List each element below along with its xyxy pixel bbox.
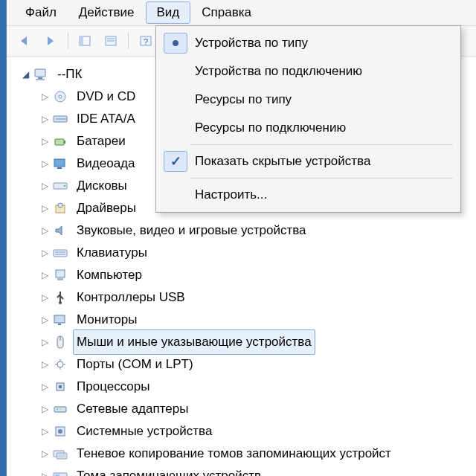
forward-button[interactable] bbox=[39, 30, 62, 51]
menu-item[interactable]: Устройства по типу bbox=[158, 29, 459, 57]
expand-icon[interactable]: ▷ bbox=[39, 203, 50, 213]
check-mark-icon: ✓ bbox=[164, 151, 187, 172]
tree-item[interactable]: ▷Контроллеры USB bbox=[20, 286, 476, 309]
tree-item-label: Порты (COM и LPT) bbox=[73, 352, 197, 377]
tree-item-label: Системные устройства bbox=[73, 419, 216, 444]
expand-icon[interactable]: ▷ bbox=[39, 181, 50, 191]
svg-rect-22 bbox=[54, 250, 67, 257]
expand-icon[interactable]: ▷ bbox=[39, 448, 50, 459]
show-hide-tree-button[interactable] bbox=[74, 30, 97, 51]
expand-icon[interactable]: ▷ bbox=[39, 359, 50, 370]
help-button[interactable]: ? bbox=[135, 30, 157, 51]
monitor-icon bbox=[52, 312, 68, 328]
expand-icon[interactable]: ▷ bbox=[39, 315, 50, 325]
computer-icon bbox=[52, 267, 68, 283]
tree-item-label: Теневое копирование томов запоминающих у… bbox=[73, 441, 395, 466]
menu-mark bbox=[164, 184, 187, 205]
tree-root-label: --ПК bbox=[54, 62, 86, 87]
tree-item-label: Дисковы bbox=[73, 173, 131, 199]
expand-icon[interactable]: ▷ bbox=[39, 91, 50, 102]
menu-help[interactable]: Справка bbox=[190, 1, 263, 24]
computer-icon bbox=[33, 66, 49, 83]
expand-icon[interactable]: ◢ bbox=[20, 69, 30, 80]
menu-item[interactable]: Устройства по подключению bbox=[158, 57, 459, 86]
svg-rect-9 bbox=[36, 79, 45, 80]
expand-icon[interactable]: ▷ bbox=[39, 158, 50, 169]
tree-item[interactable]: ▷Клавиатуры bbox=[20, 242, 476, 264]
tree-item-label: IDE ATA/A bbox=[73, 106, 139, 132]
svg-rect-28 bbox=[54, 315, 65, 323]
svg-point-31 bbox=[57, 361, 63, 367]
menu-item-label: Настроить... bbox=[195, 187, 267, 202]
expand-icon[interactable]: ▷ bbox=[39, 426, 50, 437]
svg-point-19 bbox=[64, 185, 66, 187]
tree-item[interactable]: ▷Сетевые адаптеры bbox=[20, 398, 476, 420]
back-button[interactable] bbox=[14, 30, 36, 51]
disc-icon bbox=[52, 89, 68, 105]
expand-icon[interactable]: ▷ bbox=[39, 292, 50, 303]
expand-icon[interactable]: ▷ bbox=[39, 382, 50, 392]
menu-item[interactable]: Ресурсы по типу bbox=[158, 86, 459, 114]
svg-rect-25 bbox=[56, 270, 65, 277]
svg-rect-14 bbox=[55, 139, 64, 145]
radio-mark-icon bbox=[164, 33, 187, 54]
menu-item-label: Показать скрытые устройства bbox=[195, 154, 370, 169]
svg-point-21 bbox=[58, 203, 62, 208]
tree-item[interactable]: ▷Порты (COM и LPT) bbox=[20, 353, 476, 376]
tree-item[interactable]: ▷Процессоры bbox=[20, 376, 476, 398]
tree-item[interactable]: ▷Тома запоминающих устройств bbox=[20, 465, 476, 476]
tree-item-label: Клавиатуры bbox=[73, 240, 151, 266]
svg-point-39 bbox=[57, 408, 58, 410]
menu-mark bbox=[164, 61, 187, 82]
menu-view[interactable]: Вид bbox=[146, 1, 191, 24]
svg-rect-1 bbox=[80, 36, 83, 45]
sound-icon bbox=[52, 222, 68, 239]
svg-rect-37 bbox=[59, 385, 62, 388]
menu-item[interactable]: ✓Показать скрытые устройства bbox=[158, 147, 459, 176]
tree-item-label: Контроллеры USB bbox=[73, 285, 189, 310]
svg-point-11 bbox=[59, 95, 62, 98]
expand-icon[interactable]: ▷ bbox=[39, 270, 50, 280]
menu-item-label: Устройства по типу bbox=[195, 36, 308, 51]
menu-item[interactable]: Ресурсы по подключению bbox=[158, 114, 459, 142]
tree-item[interactable]: ▷Системные устройства bbox=[20, 420, 476, 443]
menu-bar: Файл Действие Вид Справка bbox=[7, 0, 476, 26]
tree-item-label: Мыши и иные указывающие устройства bbox=[73, 329, 315, 355]
svg-rect-16 bbox=[54, 159, 65, 167]
toolbar-separator bbox=[128, 33, 129, 49]
battery-icon bbox=[52, 133, 68, 149]
menu-item-label: Ресурсы по типу bbox=[195, 92, 292, 107]
tree-item-label: Процессоры bbox=[73, 374, 153, 399]
ide-icon bbox=[52, 111, 68, 127]
system-icon bbox=[52, 423, 68, 440]
menu-item-label: Ресурсы по подключению bbox=[195, 120, 346, 135]
tree-item-label: Тома запоминающих устройств bbox=[73, 463, 265, 476]
usb-icon bbox=[52, 289, 68, 306]
tree-item-label: Мониторы bbox=[73, 307, 141, 332]
properties-button[interactable] bbox=[100, 30, 122, 51]
device-manager-window: Файл Действие Вид Справка ? ◢--ПК▷DVD и … bbox=[6, 0, 476, 476]
network-icon bbox=[52, 401, 68, 417]
menu-file[interactable]: Файл bbox=[14, 1, 68, 24]
expand-icon[interactable]: ▷ bbox=[39, 471, 50, 476]
svg-rect-26 bbox=[57, 278, 63, 280]
svg-rect-8 bbox=[38, 77, 42, 79]
menu-mark bbox=[164, 89, 187, 110]
expand-icon[interactable]: ▷ bbox=[39, 114, 50, 124]
menu-item[interactable]: Настроить... bbox=[158, 181, 459, 209]
menu-separator bbox=[190, 144, 453, 145]
menu-action[interactable]: Действие bbox=[68, 1, 146, 24]
expand-icon[interactable]: ▷ bbox=[39, 248, 50, 258]
svg-point-42 bbox=[58, 429, 62, 434]
expand-icon[interactable]: ▷ bbox=[39, 404, 50, 414]
tree-item[interactable]: ▷Мониторы bbox=[20, 309, 476, 331]
tree-item[interactable]: ▷Компьютер bbox=[20, 264, 476, 286]
expand-icon[interactable]: ▷ bbox=[39, 136, 50, 147]
tree-item[interactable]: ▷Теневое копирование томов запоминающих … bbox=[20, 443, 476, 465]
drive-icon bbox=[52, 178, 68, 194]
tree-item[interactable]: ▷Мыши и иные указывающие устройства bbox=[20, 331, 476, 353]
tree-item-label: Видеоада bbox=[73, 151, 139, 176]
tree-item[interactable]: ▷Звуковые, видео и игровые устройства bbox=[20, 219, 476, 242]
expand-icon[interactable]: ▷ bbox=[39, 337, 50, 347]
expand-icon[interactable]: ▷ bbox=[39, 225, 50, 236]
